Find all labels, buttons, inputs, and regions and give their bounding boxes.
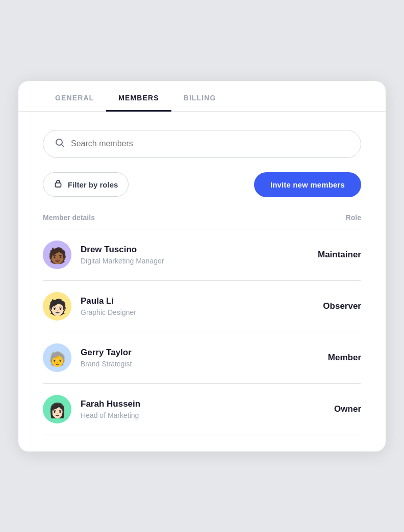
members-list: 🧑🏾 Drew Tuscino Digital Marketing Manage… [43, 229, 361, 435]
member-left-paula: 🧑🏻 Paula Li Graphic Designer [43, 292, 136, 321]
tab-billing[interactable]: BILLING [171, 82, 229, 112]
avatar: 🧑🏾 [43, 241, 71, 269]
member-title: Brand Strategist [81, 360, 132, 368]
member-title: Graphic Designer [81, 308, 136, 316]
search-icon [55, 138, 65, 150]
table-row: 👩🏻 Farah Hussein Head of Marketing Owner [43, 384, 361, 435]
main-content: Filter by roles Invite new members Membe… [18, 112, 386, 441]
svg-text:🧓: 🧓 [48, 351, 66, 367]
member-role: Observer [305, 301, 361, 311]
svg-text:🧑🏻: 🧑🏻 [48, 298, 67, 316]
member-info-paula: Paula Li Graphic Designer [81, 296, 136, 316]
member-name: Drew Tuscino [81, 245, 164, 255]
search-bar[interactable] [43, 130, 361, 158]
member-title: Head of Marketing [81, 411, 140, 419]
member-name: Gerry Taylor [81, 348, 132, 358]
tab-bar: GENERAL MEMBERS BILLING [18, 81, 386, 112]
lock-icon [54, 179, 63, 190]
filter-label: Filter by roles [68, 180, 118, 189]
invite-new-members-button[interactable]: Invite new members [254, 172, 361, 197]
member-info-drew: Drew Tuscino Digital Marketing Manager [81, 245, 164, 265]
member-left-gerry: 🧓 Gerry Taylor Brand Strategist [43, 343, 132, 372]
member-role: Member [305, 353, 361, 363]
col-role: Role [346, 214, 361, 222]
tab-general[interactable]: GENERAL [43, 82, 106, 112]
filter-by-roles-button[interactable]: Filter by roles [43, 172, 129, 197]
actions-row: Filter by roles Invite new members [43, 172, 361, 197]
member-left-farah: 👩🏻 Farah Hussein Head of Marketing [43, 395, 140, 423]
svg-line-1 [62, 144, 64, 147]
svg-text:👩🏻: 👩🏻 [48, 402, 66, 419]
table-row: 🧓 Gerry Taylor Brand Strategist Member [43, 332, 361, 384]
svg-text:🧑🏾: 🧑🏾 [48, 247, 67, 265]
avatar: 🧑🏻 [43, 292, 71, 321]
member-info-gerry: Gerry Taylor Brand Strategist [81, 348, 132, 368]
member-left-drew: 🧑🏾 Drew Tuscino Digital Marketing Manage… [43, 241, 164, 269]
settings-card: GENERAL MEMBERS BILLING [18, 81, 386, 451]
member-name: Paula Li [81, 296, 136, 306]
tab-members[interactable]: MEMBERS [106, 82, 171, 112]
avatar: 🧓 [43, 343, 71, 372]
member-info-farah: Farah Hussein Head of Marketing [81, 399, 140, 419]
table-row: 🧑🏾 Drew Tuscino Digital Marketing Manage… [43, 229, 361, 281]
avatar: 👩🏻 [43, 395, 71, 423]
member-role: Maintainer [305, 250, 361, 260]
svg-rect-2 [56, 183, 61, 187]
col-member-details: Member details [43, 214, 95, 222]
member-role: Owner [305, 404, 361, 414]
table-row: 🧑🏻 Paula Li Graphic Designer Observer [43, 281, 361, 332]
table-header: Member details Role [43, 214, 361, 229]
member-name: Farah Hussein [81, 399, 140, 409]
member-title: Digital Marketing Manager [81, 257, 164, 265]
search-input[interactable] [71, 139, 349, 148]
